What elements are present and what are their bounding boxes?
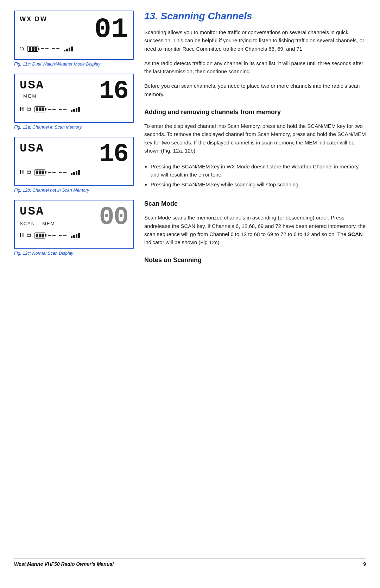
footer-page: 9 bbox=[363, 561, 366, 567]
right-column: 13. Scanning Channels Scanning allows yo… bbox=[144, 11, 366, 551]
subsection2-title: Scan Mode bbox=[144, 200, 366, 208]
fig11c-number: 0 1 bbox=[94, 16, 128, 44]
lcd-box-12b: USA 16 H bbox=[14, 137, 134, 186]
main-content: WX DW 0 1 bbox=[14, 11, 366, 551]
plug-svg-12b bbox=[27, 170, 32, 175]
fig12b-num: 16 bbox=[99, 142, 128, 167]
subsection2-p1-end: indicator will be shown (Fig 12c). bbox=[144, 239, 221, 245]
fig12c-scan: SCAN bbox=[20, 221, 35, 226]
fig12a-mem: MEM bbox=[23, 93, 44, 99]
dashes-12a bbox=[48, 109, 66, 110]
fig11c-bottom bbox=[20, 46, 128, 52]
plug-icon-12c bbox=[27, 233, 32, 238]
page-footer: West Marine VHF50 Radio Owner's Manual 9 bbox=[14, 558, 366, 567]
fig12c-h: H bbox=[20, 232, 24, 239]
bullet-item-1: Pressing the SCAN/MEM key in WX Mode doe… bbox=[151, 162, 366, 179]
fig12c-caption: Fig. 12c: Normal Scan Display bbox=[14, 251, 134, 256]
fig12a-num: 16 bbox=[99, 79, 128, 104]
fig12b-h: H bbox=[20, 169, 24, 175]
dashes bbox=[41, 48, 59, 49]
battery-icon bbox=[27, 46, 38, 52]
plug-icon-12b bbox=[27, 170, 32, 175]
lcd-box-12c: USA SCAN MEM 00 H bbox=[14, 200, 134, 249]
bullet-item-2: Pressing the SCAN/MEM key while scanning… bbox=[151, 180, 366, 188]
subsection1-p1: To enter the displayed channel into Scan… bbox=[144, 122, 366, 155]
dashes-12c bbox=[48, 235, 66, 236]
left-column: WX DW 0 1 bbox=[14, 11, 134, 551]
plug-svg bbox=[20, 47, 25, 51]
subsection1-title: Adding and removing channels from memory bbox=[144, 108, 366, 116]
fig12c-usa: USA bbox=[20, 205, 55, 218]
fig12c-bottom: H bbox=[20, 232, 128, 239]
fig12b-bottom: H bbox=[20, 169, 128, 175]
svg-rect-4 bbox=[27, 108, 31, 110]
fig12a-caption: Fig. 12a: Channel in Scan Memory bbox=[14, 125, 134, 130]
signal-bars-11c bbox=[64, 47, 73, 51]
plug-icon-12a bbox=[27, 107, 32, 112]
wx-dw-label: WX DW bbox=[20, 16, 48, 23]
fig12b-usa: USA bbox=[20, 142, 44, 155]
fig11c-digit1: 1 bbox=[111, 16, 128, 44]
battery-icon-12b bbox=[34, 169, 45, 175]
plug-icon bbox=[20, 47, 25, 51]
subsection2-p1: Scan Mode scans the memorized channels i… bbox=[144, 213, 366, 246]
fig12c-mem: MEM bbox=[42, 221, 55, 226]
lcd-box-12a: USA MEM 16 H bbox=[14, 74, 134, 123]
signal-bars-12a bbox=[71, 107, 80, 112]
figure-12b: USA 16 H bbox=[14, 137, 134, 193]
fig12a-h: H bbox=[20, 106, 24, 112]
signal-bars-12c bbox=[71, 233, 80, 238]
scan-bold: SCAN bbox=[348, 231, 363, 237]
figure-12c: USA SCAN MEM 00 H bbox=[14, 200, 134, 256]
svg-rect-12 bbox=[27, 234, 31, 236]
svg-rect-8 bbox=[27, 171, 31, 173]
figure-11c: WX DW 0 1 bbox=[14, 11, 134, 67]
fig12c-labels: SCAN MEM bbox=[20, 220, 55, 226]
fig12c-num: 00 bbox=[99, 205, 128, 230]
subsection3-title: Notes on Scanning bbox=[144, 256, 366, 264]
plug-svg-12c bbox=[27, 233, 32, 238]
plug-svg-12a bbox=[27, 107, 32, 112]
fig12b-caption: Fig. 12b: Channel not in Scan Memory bbox=[14, 188, 134, 193]
figure-12a: USA MEM 16 H bbox=[14, 74, 134, 130]
page-container: WX DW 0 1 bbox=[0, 0, 380, 588]
footer-title: West Marine VHF50 Radio Owner's Manual bbox=[14, 561, 114, 567]
section-title: 13. Scanning Channels bbox=[144, 11, 366, 22]
dashes-12b bbox=[48, 172, 66, 173]
fig12a-bottom: H bbox=[20, 106, 128, 112]
intro-p3: Before you can scan channels, you need t… bbox=[144, 82, 366, 98]
battery-icon-12c bbox=[34, 233, 45, 239]
bullet-list: Pressing the SCAN/MEM key in WX Mode doe… bbox=[144, 162, 366, 190]
svg-rect-0 bbox=[20, 48, 24, 50]
subsection2-p1-text: Scan Mode scans the memorized channels i… bbox=[144, 215, 366, 237]
battery-icon-12a bbox=[34, 106, 45, 112]
intro-p2: As the radio detects traffic on any chan… bbox=[144, 59, 366, 76]
intro-p1: Scanning allows you to monitor the traff… bbox=[144, 28, 366, 53]
lcd-box-11c: WX DW 0 1 bbox=[14, 11, 134, 60]
signal-bars-12b bbox=[71, 170, 80, 175]
fig11c-caption: Fig. 11c: Dual Watch/Weather Mode Displa… bbox=[14, 62, 134, 67]
fig11c-digit0: 0 bbox=[94, 16, 111, 44]
fig12a-usa: USA bbox=[20, 79, 44, 92]
